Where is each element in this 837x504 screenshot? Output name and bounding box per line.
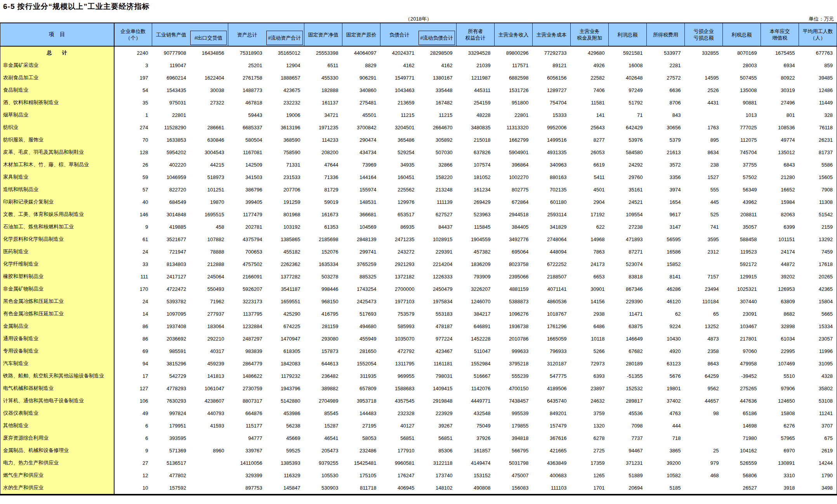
cell-value: 61034 [761, 332, 799, 345]
cell-value: 141813 [190, 370, 228, 382]
column-header-line: 固定资产净值 [304, 31, 342, 38]
cell-value: 307440 [723, 295, 761, 308]
cell-value: 9952006 [533, 121, 571, 134]
cell-value: 21613 [647, 146, 685, 158]
cell-value: 24 [114, 245, 152, 258]
cell-value: 71336 [304, 171, 342, 183]
cell-value: 2904 [571, 196, 609, 208]
cell-value: 555 [685, 183, 723, 196]
cell-value: 416795 [304, 308, 342, 320]
row-label: 石油加工、炼焦和核燃料加工业 [0, 221, 114, 233]
cell-value: 1142076 [457, 382, 495, 395]
table-row: 有色金属冶炼和压延加工业1410970952779371137795425290… [0, 308, 837, 320]
cell-value: 895 [685, 134, 723, 146]
cell-value: 328 [799, 109, 837, 121]
cell-value: 205473 [304, 444, 342, 457]
cell-value: 4926 [571, 59, 609, 71]
cell-value: 3815296 [152, 357, 190, 370]
cell-value: 47644 [304, 158, 342, 171]
cell-value: 999633 [495, 345, 533, 357]
cell-value: 745704 [723, 146, 761, 158]
cell-value: 3572 [647, 158, 685, 171]
cell-value: 6056156 [533, 71, 571, 84]
cell-value: 3595 [685, 233, 723, 245]
cell-value: 1311795 [380, 357, 418, 370]
cell-value: 46120 [647, 295, 685, 308]
column-header-line: 负债合计 [380, 31, 418, 38]
cell-value: 153152 [457, 469, 495, 481]
cell-value: 340860 [342, 84, 380, 96]
column-header-loss-of-loss-enterprises: 亏损企业亏损总额 [685, 23, 723, 46]
cell-value: 155974 [342, 183, 380, 196]
cell-value: 94777 [228, 432, 266, 444]
cell-value: 148531 [342, 196, 380, 208]
cell-value: 202781 [228, 221, 266, 233]
cell-value [685, 59, 723, 71]
cell-value: 4149474 [457, 457, 495, 469]
cell-value: 1977103 [380, 295, 418, 308]
row-label: 食品制造业 [0, 84, 114, 96]
cell-value: 10582 [647, 469, 685, 481]
cell-value: 17359 [571, 457, 609, 469]
cell-value: 17618 [799, 258, 837, 270]
cell-value: 542729 [152, 370, 190, 382]
row-label: 化学纤维制造业 [0, 258, 114, 270]
cell-value: 365486 [380, 134, 418, 146]
cell-value: 105530 [304, 469, 342, 481]
cell-value: 44215 [190, 158, 228, 171]
cell-value: 8023758 [495, 258, 533, 270]
cell-value: 657809 [342, 382, 380, 395]
cell-value: 65186 [723, 407, 761, 419]
cell-value: -39452 [723, 370, 761, 382]
cell-value: 14156 [571, 295, 609, 308]
cell-value: 2487297 [228, 332, 266, 345]
cell-value: 445311 [457, 84, 495, 96]
cell-value: 67682 [609, 345, 647, 357]
row-label: 仪器仪表制造业 [0, 407, 114, 419]
cell-value: 156083 [495, 481, 533, 495]
cell-value: 27195 [342, 419, 380, 432]
cell-value: 126953 [761, 283, 799, 295]
cell-value: 32866 [418, 158, 457, 171]
cell-value: 453986 [266, 407, 304, 419]
cell-value: 8634 [685, 146, 723, 158]
cell-value [685, 481, 723, 495]
cell-value: 53976 [609, 134, 647, 146]
cell-value: 627527 [418, 208, 457, 221]
cell-value: 384405 [495, 221, 533, 233]
column-header-line: 资产总计 [228, 31, 266, 38]
cell-value: 5954202 [152, 146, 190, 158]
cell-value: 1409415 [418, 382, 457, 395]
cell-value: 3122118 [418, 457, 457, 469]
cell-value: 44657 [685, 395, 723, 407]
cell-value: 4722472 [152, 283, 190, 295]
cell-value: 28298509 [418, 46, 457, 59]
cell-value: 459239 [190, 357, 228, 370]
cell-value: 1018767 [533, 308, 571, 320]
cell-value: 44064097 [342, 46, 380, 59]
cell-value: 445 [685, 196, 723, 208]
table-row: 木材加工和木、竹、藤、棕、草制品业26402220442151425097133… [0, 158, 837, 171]
cell-value: 179951 [152, 419, 190, 432]
cell-value: 3310 [761, 469, 799, 481]
cell-value: 89121 [533, 59, 571, 71]
table-row: 燃气生产和供应业12477802329399116329105530175105… [0, 469, 837, 481]
cell-value: 801968 [266, 208, 304, 221]
cell-value: 208811 [723, 208, 761, 221]
cell-value: 1265 [571, 469, 609, 481]
cell-value: 73969 [342, 158, 380, 171]
cell-value: 76118 [799, 121, 837, 134]
cell-value: 3795218 [495, 357, 533, 370]
cell-value: 1936738 [495, 320, 533, 332]
cell-value: 108536 [761, 121, 799, 134]
cell-value: 951800 [495, 96, 533, 109]
cell-value: 48228 [457, 109, 495, 121]
column-header-main-business-cost: 主营业务成本 [533, 23, 571, 46]
row-label: 计算机、通信和其他电子设备制造业 [0, 395, 114, 407]
cell-value: 1943796 [266, 382, 304, 395]
column-header-total-profit: 利润总额 [609, 23, 647, 46]
table-row: 纺织业2741152829028666166853373613196197123… [0, 121, 837, 134]
cell-value: 64259 [685, 370, 723, 382]
cell-value: 29760 [609, 171, 647, 183]
cell-value: 1662799 [495, 134, 533, 146]
